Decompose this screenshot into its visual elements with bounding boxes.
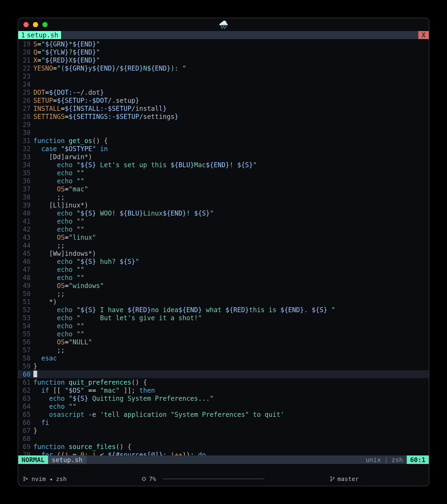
cursor	[33, 371, 37, 377]
code-line[interactable]: 22YESNO="(${GRN}y${END}/${RED}N${END}): …	[18, 64, 429, 72]
line-number: 59	[18, 362, 33, 370]
line-number: 65	[18, 411, 33, 418]
code-line[interactable]: 57 ;;	[18, 346, 429, 354]
code-line[interactable]: 58 esac	[18, 354, 429, 362]
code-line[interactable]: 25DOT=${DOT:-~/.dot}	[18, 88, 429, 96]
code-line[interactable]: 48 echo ""	[18, 273, 429, 282]
code-line[interactable]: 40 echo "${S} WOO! ${BLU}Linux${END}! ${…	[18, 209, 429, 217]
terminal-window: 🌧️ 1 setup.sh X 19S="${GRN}*${END}"20Q="…	[18, 18, 429, 486]
code-line[interactable]: 35 echo ""	[18, 169, 429, 177]
code-content: SETUP=${SETUP:-$DOT/.setup}	[33, 96, 429, 105]
line-number: 63	[18, 394, 33, 402]
code-line[interactable]: 64 echo ""	[18, 402, 429, 411]
code-content: echo "${S} huh? ${S}"	[33, 257, 429, 266]
code-line[interactable]: 37 OS="mac"	[18, 185, 429, 193]
line-number: 23	[18, 72, 33, 80]
code-line[interactable]: 49 OS="windows"	[18, 282, 429, 290]
code-line[interactable]: 60	[18, 370, 429, 378]
code-line[interactable]: 33 [Dd]arwin*)	[18, 153, 429, 161]
code-line[interactable]: 56 OS="NULL"	[18, 338, 429, 346]
code-line[interactable]: 39 [Ll]inux*)	[18, 201, 429, 209]
code-line[interactable]: 69function source_files() {	[18, 443, 429, 451]
code-line[interactable]: 43 OS="linux"	[18, 233, 429, 241]
code-line[interactable]: 19S="${GRN}*${END}"	[18, 40, 429, 48]
code-line[interactable]: 44 ;;	[18, 241, 429, 249]
tab-close-button[interactable]: X	[418, 31, 429, 39]
code-line[interactable]: 45 [Ww]indows*)	[18, 249, 429, 257]
code-line[interactable]: 51 *)	[18, 298, 429, 306]
tabbar-spacer	[61, 31, 418, 39]
tab-setup-sh[interactable]: 1 setup.sh	[18, 31, 61, 39]
line-number: 40	[18, 209, 33, 217]
close-window-button[interactable]	[23, 22, 29, 27]
code-line[interactable]: 34 echo "${S} Let's set up this ${BLU}Ma…	[18, 161, 429, 169]
code-line[interactable]: 26SETUP=${SETUP:-$DOT/.setup}	[18, 96, 429, 105]
code-line[interactable]: 68	[18, 435, 429, 443]
editor-viewport[interactable]: 19S="${GRN}*${END}"20Q="${YLW}?${END}"21…	[18, 39, 429, 459]
code-line[interactable]: 36 echo ""	[18, 177, 429, 185]
code-line[interactable]: 41 echo ""	[18, 217, 429, 225]
code-line[interactable]: 63 echo "${S} Quitting System Preference…	[18, 394, 429, 402]
line-number: 44	[18, 241, 33, 249]
code-content: INSTALL=${INSTALL:-$SETUP/install}	[33, 105, 429, 112]
line-number: 28	[18, 112, 33, 121]
code-line[interactable]: 29	[18, 121, 429, 129]
code-line[interactable]: 47 echo ""	[18, 266, 429, 273]
line-number: 30	[18, 129, 33, 137]
code-line[interactable]: 61function quit_preferences() {	[18, 378, 429, 386]
minimize-window-button[interactable]	[33, 22, 38, 27]
code-content: S="${GRN}*${END}"	[33, 40, 429, 48]
code-line[interactable]: 27INSTALL=${INSTALL:-$SETUP/install}	[18, 105, 429, 112]
line-number: 54	[18, 322, 33, 330]
code-line[interactable]: 53 echo " But let's give it a shot!"	[18, 314, 429, 322]
code-line[interactable]: 59}	[18, 362, 429, 370]
code-content: function get_os() {	[33, 137, 429, 145]
code-line[interactable]: 52 echo "${S} I have ${RED}no idea${END}…	[18, 306, 429, 314]
svg-point-1	[24, 480, 25, 481]
code-content: OS="windows"	[33, 282, 429, 290]
code-content: *)	[33, 298, 429, 306]
code-line[interactable]: 28SETTINGS=${SETTINGS:-$SETUP/settings}	[18, 112, 429, 121]
cpu-percent: 7%	[149, 476, 156, 483]
separator-icon: ◂	[49, 476, 53, 483]
code-line[interactable]: 21X="${RED}X${END}"	[18, 56, 429, 64]
code-line[interactable]: 38 ;;	[18, 193, 429, 201]
code-line[interactable]: 20Q="${YLW}?${END}"	[18, 48, 429, 56]
line-number: 60	[18, 370, 33, 378]
code-line[interactable]: 46 echo "${S} huh? ${S}"	[18, 257, 429, 266]
line-number: 29	[18, 121, 33, 129]
code-line[interactable]: 30	[18, 129, 429, 137]
line-number: 48	[18, 273, 33, 282]
code-content: Q="${YLW}?${END}"	[33, 48, 429, 56]
code-content: OS="mac"	[33, 185, 429, 193]
git-branch-name: master	[337, 476, 359, 483]
line-number: 20	[18, 48, 33, 56]
code-line[interactable]: 23	[18, 72, 429, 80]
close-icon: X	[422, 31, 426, 39]
code-line[interactable]: 65 osascript -e 'tell application "Syste…	[18, 411, 429, 418]
code-line[interactable]: 67}	[18, 427, 429, 435]
code-line[interactable]: 50 ;;	[18, 290, 429, 298]
code-content: echo ""	[33, 273, 429, 282]
code-content: [Ww]indows*)	[33, 249, 429, 257]
code-line[interactable]: 55 echo ""	[18, 330, 429, 338]
code-line[interactable]: 66 fi	[18, 418, 429, 427]
code-line[interactable]: 42 echo ""	[18, 225, 429, 233]
status-bar: NORMAL setup.sh unix | zsh 60:1	[18, 455, 429, 464]
line-number: 58	[18, 354, 33, 362]
maximize-window-button[interactable]	[42, 22, 48, 27]
tmux-status-bar: nvim ◂ zsh 7% master	[18, 472, 429, 486]
line-number: 49	[18, 282, 33, 290]
code-content: ;;	[33, 290, 429, 298]
code-content: echo "${S} Quitting System Preferences..…	[33, 394, 429, 402]
line-number: 39	[18, 201, 33, 209]
code-line[interactable]: 31function get_os() {	[18, 137, 429, 145]
code-line[interactable]: 62 if [[ "$OS" == "mac" ]]; then	[18, 386, 429, 394]
code-line[interactable]: 24	[18, 80, 429, 88]
code-line[interactable]: 32 case "$OSTYPE" in	[18, 145, 429, 153]
line-number: 64	[18, 402, 33, 411]
line-number: 53	[18, 314, 33, 322]
code-content: function source_files() {	[33, 443, 429, 451]
code-line[interactable]: 54 echo ""	[18, 322, 429, 330]
status-cursor-position: 60:1	[407, 455, 429, 464]
